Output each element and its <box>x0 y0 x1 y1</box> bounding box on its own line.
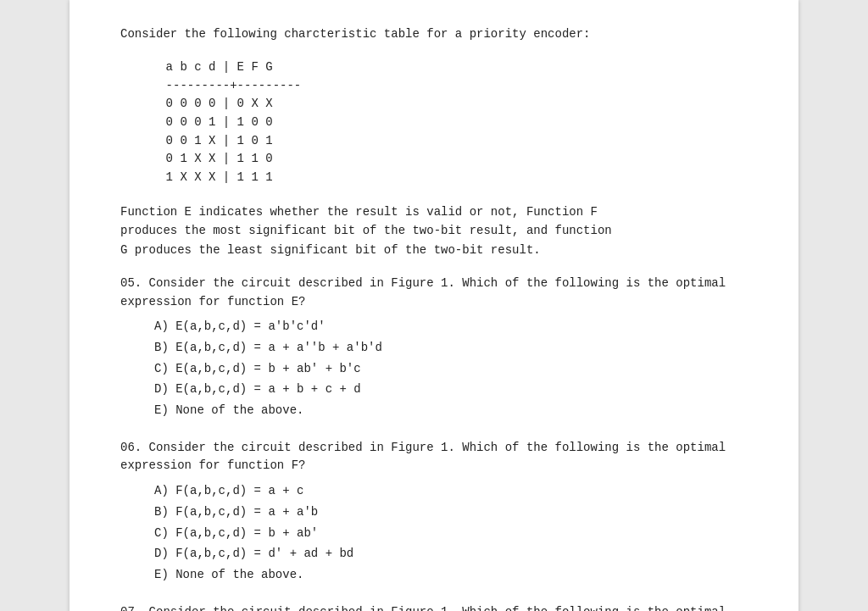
table-block: a b c d | E F G ---------+--------- 0 0 … <box>137 58 748 187</box>
intro-text: Consider the following charcteristic tab… <box>120 25 748 43</box>
q05-label: 05. Consider the circuit described in Fi… <box>120 276 726 308</box>
q06-option-a: A) F(a,b,c,d) = a + c <box>154 482 748 501</box>
q06-option-c-label: C) F(a,b,c,d) = b + ab' <box>154 526 318 540</box>
q06-option-b: B) F(a,b,c,d) = a + a'b <box>154 503 748 522</box>
desc-line2: produces the most significant bit of the… <box>120 224 612 237</box>
q06-option-d-label: D) F(a,b,c,d) = d' + ad + bd <box>154 547 353 560</box>
question-07-block: 07. Consider the circuit described in Fi… <box>120 603 748 611</box>
q05-option-e: E) None of the above. <box>154 402 748 420</box>
q05-option-a: A) E(a,b,c,d) = a'b'c'd' <box>154 318 748 336</box>
question-07-text: 07. Consider the circuit described in Fi… <box>120 603 748 611</box>
q05-option-a-label: A) E(a,b,c,d) = a'b'c'd' <box>154 319 326 333</box>
q06-label: 06. Consider the circuit described in Fi… <box>120 441 726 473</box>
intro-label: Consider the following charcteristic tab… <box>120 27 591 41</box>
q06-option-d: D) F(a,b,c,d) = d' + ad + bd <box>154 545 748 564</box>
content: Consider the following charcteristic tab… <box>120 25 748 611</box>
page-container: Consider the following charcteristic tab… <box>70 0 798 611</box>
q06-option-c: C) F(a,b,c,d) = b + ab' <box>154 525 748 543</box>
characteristic-table: a b c d | E F G ---------+--------- 0 0 … <box>137 58 748 187</box>
q05-option-e-label: E) None of the above. <box>154 403 303 417</box>
q05-option-d: D) E(a,b,c,d) = a + b + c + d <box>154 380 748 399</box>
q05-option-c: C) E(a,b,c,d) = b + ab' + b'c <box>154 360 748 379</box>
question-05-block: 05. Consider the circuit described in Fi… <box>120 275 748 420</box>
desc-line3: G produces the least significant bit of … <box>120 243 541 257</box>
question-06-text: 06. Consider the circuit described in Fi… <box>120 439 748 475</box>
question-06-block: 06. Consider the circuit described in Fi… <box>120 439 748 585</box>
q06-options: A) F(a,b,c,d) = a + c B) F(a,b,c,d) = a … <box>154 482 748 584</box>
q05-option-d-label: D) E(a,b,c,d) = a + b + c + d <box>154 382 361 396</box>
q05-options: A) E(a,b,c,d) = a'b'c'd' B) E(a,b,c,d) =… <box>154 318 748 419</box>
q05-option-b-label: B) E(a,b,c,d) = a + a''b + a'b'd <box>154 341 382 354</box>
description-block: Function E indicates whether the result … <box>120 203 748 259</box>
q06-option-e: E) None of the above. <box>154 566 748 585</box>
q05-option-b: B) E(a,b,c,d) = a + a''b + a'b'd <box>154 339 748 358</box>
q06-option-b-label: B) F(a,b,c,d) = a + a'b <box>154 505 318 519</box>
q05-option-c-label: C) E(a,b,c,d) = b + ab' + b'c <box>154 362 361 375</box>
q07-label: 07. Consider the circuit described in Fi… <box>120 605 726 611</box>
question-05-text: 05. Consider the circuit described in Fi… <box>120 275 748 311</box>
desc-line1: Function E indicates whether the result … <box>120 205 598 219</box>
q06-option-e-label: E) None of the above. <box>154 568 303 581</box>
q06-option-a-label: A) F(a,b,c,d) = a + c <box>154 484 303 497</box>
